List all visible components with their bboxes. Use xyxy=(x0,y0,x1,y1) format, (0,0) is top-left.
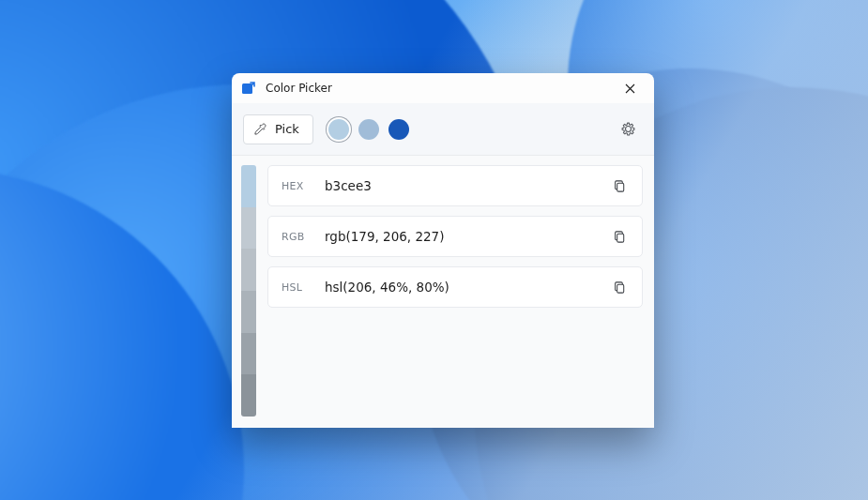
copy-button-rgb[interactable] xyxy=(604,221,634,251)
format-label: HSL xyxy=(282,281,325,294)
window-title: Color Picker xyxy=(266,82,332,95)
settings-button[interactable] xyxy=(613,114,643,144)
swatch-1[interactable] xyxy=(328,119,349,140)
format-value: rgb(179, 206, 227) xyxy=(325,229,604,244)
history-item[interactable] xyxy=(241,333,256,375)
eyedropper-icon xyxy=(253,122,267,136)
swatch-3[interactable] xyxy=(388,119,409,140)
gear-icon xyxy=(620,121,636,137)
titlebar: Color Picker xyxy=(232,73,654,103)
pick-button[interactable]: Pick xyxy=(243,114,313,144)
format-label: HEX xyxy=(282,180,325,192)
format-value: b3cee3 xyxy=(325,178,604,193)
format-list: HEX b3cee3 RGB rgb(179, 206, 227) HSL hs… xyxy=(267,165,643,417)
recent-swatches xyxy=(328,119,409,140)
format-row-rgb: RGB rgb(179, 206, 227) xyxy=(267,216,643,257)
copy-button-hex[interactable] xyxy=(604,171,634,201)
history-item[interactable] xyxy=(241,291,256,333)
svg-rect-3 xyxy=(617,284,623,293)
format-value: hsl(206, 46%, 80%) xyxy=(325,280,604,295)
swatch-2[interactable] xyxy=(358,119,379,140)
format-row-hsl: HSL hsl(206, 46%, 80%) xyxy=(267,266,643,308)
copy-icon xyxy=(613,280,627,295)
copy-button-hsl[interactable] xyxy=(604,272,634,302)
history-item[interactable] xyxy=(241,165,256,207)
close-button[interactable] xyxy=(609,73,650,103)
history-item[interactable] xyxy=(241,374,256,417)
format-row-hex: HEX b3cee3 xyxy=(267,165,643,206)
pick-button-label: Pick xyxy=(275,122,299,136)
app-icon xyxy=(241,81,256,96)
toolbar: Pick xyxy=(232,103,654,156)
copy-icon xyxy=(613,179,627,193)
format-label: RGB xyxy=(282,231,325,243)
svg-rect-1 xyxy=(617,183,623,191)
color-history xyxy=(241,165,256,417)
history-item[interactable] xyxy=(241,249,256,291)
close-icon xyxy=(625,83,635,94)
color-picker-window: Color Picker Pick xyxy=(232,73,654,428)
svg-rect-2 xyxy=(617,234,623,242)
window-body: HEX b3cee3 RGB rgb(179, 206, 227) HSL hs… xyxy=(232,156,654,428)
copy-icon xyxy=(613,230,627,244)
history-item[interactable] xyxy=(241,207,256,250)
